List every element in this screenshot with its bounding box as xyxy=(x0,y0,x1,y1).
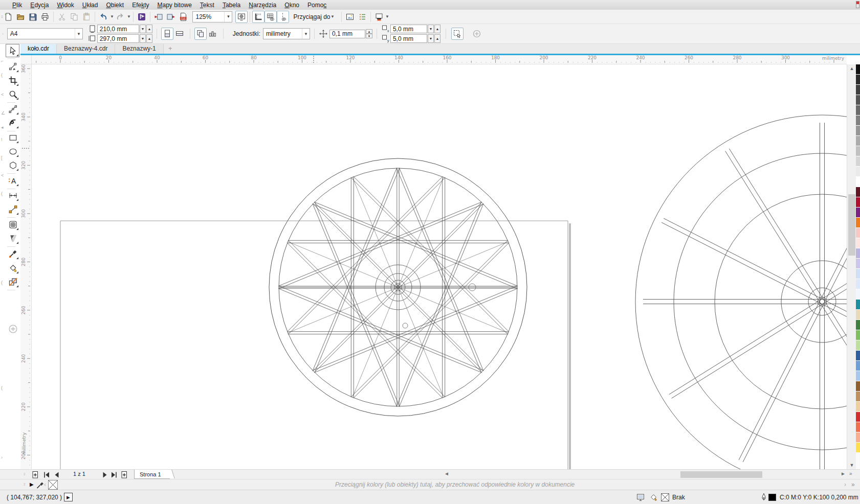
palette-swatch[interactable] xyxy=(856,95,860,105)
contour-tool[interactable] xyxy=(7,218,19,231)
palette-swatch[interactable] xyxy=(856,187,860,197)
cut-button[interactable] xyxy=(56,11,68,23)
scroll-down-icon[interactable]: ▼ xyxy=(847,461,856,469)
palette-swatch[interactable] xyxy=(856,136,860,146)
shape-tool[interactable] xyxy=(7,60,19,73)
palette-swatch[interactable] xyxy=(856,208,860,218)
palette-swatch[interactable] xyxy=(856,392,860,402)
transparency-tool[interactable] xyxy=(7,232,19,244)
snap-to-button[interactable]: Przyciągaj do▼ xyxy=(289,11,339,23)
menu-mapy-bitowe[interactable]: Mapy bitowe xyxy=(153,1,195,9)
all-pages-button[interactable] xyxy=(194,28,207,40)
page-height-input[interactable]: 297,0 mm xyxy=(97,34,139,43)
palette-swatch[interactable] xyxy=(856,432,860,443)
status-expand-button[interactable]: ▶ xyxy=(64,493,73,501)
page-height-spinner[interactable]: ▼▲ xyxy=(139,34,152,43)
chevron-down-icon[interactable]: ▼ xyxy=(302,29,310,39)
add-property-button[interactable] xyxy=(471,28,483,40)
palette-swatch[interactable] xyxy=(856,126,860,136)
zoom-level-combo[interactable]: 125%▼ xyxy=(192,11,232,22)
text-tool[interactable]: A xyxy=(7,174,19,187)
ellipse-tool[interactable] xyxy=(7,145,19,157)
palette-swatch[interactable] xyxy=(856,167,860,177)
menu-okno[interactable]: Okno xyxy=(280,1,303,9)
present-dropdown-icon[interactable]: ▼ xyxy=(385,14,390,19)
scroll-up-icon[interactable]: ▲ xyxy=(847,64,856,73)
duplicate-x-input[interactable]: 5,0 mm xyxy=(390,25,427,33)
palette-swatch[interactable] xyxy=(856,105,860,116)
landscape-button[interactable] xyxy=(173,28,186,40)
previous-page-button[interactable] xyxy=(52,470,61,479)
vertical-ruler[interactable]: 360340320300280260240220200milimetry xyxy=(20,64,32,469)
current-page-button[interactable] xyxy=(207,28,219,40)
vertical-scrollbar[interactable]: ▲ ▼ xyxy=(847,64,856,469)
redo-dropdown-icon[interactable]: ▼ xyxy=(126,14,131,19)
no-color-swatch[interactable] xyxy=(48,480,58,490)
import-button[interactable] xyxy=(152,11,165,23)
palette-swatch[interactable] xyxy=(856,289,860,300)
object-manager-button[interactable] xyxy=(356,11,368,23)
publish-pdf-button[interactable]: PDF xyxy=(177,11,189,23)
interactive-fill-tool[interactable] xyxy=(7,276,19,288)
palette-swatch[interactable] xyxy=(856,85,860,95)
palette-swatch[interactable] xyxy=(856,218,860,228)
full-screen-preview-button[interactable] xyxy=(235,11,248,23)
duplicate-y-input[interactable]: 5,0 mm xyxy=(390,34,427,43)
palette-swatch[interactable] xyxy=(856,320,860,330)
palette-swatch[interactable] xyxy=(856,197,860,208)
customize-toolbox[interactable] xyxy=(7,323,19,335)
vertical-scroll-thumb[interactable] xyxy=(848,194,855,256)
paste-button[interactable] xyxy=(80,11,93,23)
page-tab[interactable]: Strona 1 xyxy=(134,470,170,479)
palette-swatch[interactable] xyxy=(856,116,860,126)
crop-tool[interactable] xyxy=(7,74,19,86)
hscroll-left-icon[interactable]: ◄ xyxy=(444,471,449,476)
dimension-tool[interactable] xyxy=(7,189,19,201)
smart-fill-tool[interactable] xyxy=(7,262,19,274)
last-page-button[interactable] xyxy=(109,470,119,479)
palette-swatch[interactable] xyxy=(856,381,860,392)
palette-swatch[interactable] xyxy=(856,238,860,248)
property-bar-grip[interactable]: ▫ xyxy=(2,32,3,36)
show-rulers-button[interactable] xyxy=(252,11,264,23)
palette-swatch[interactable] xyxy=(856,259,860,269)
options-button[interactable] xyxy=(344,11,356,23)
nudge-spinner[interactable]: ▲▼ xyxy=(366,29,372,38)
new-document-tab-button[interactable]: + xyxy=(164,44,177,52)
palette-swatch[interactable] xyxy=(856,310,860,320)
palette-swatch[interactable] xyxy=(856,156,860,167)
palette-more-icon[interactable]: » xyxy=(851,481,855,488)
palette-expand-icon[interactable]: ▶ xyxy=(30,482,34,487)
palette-swatch[interactable] xyxy=(856,330,860,340)
menu-widok[interactable]: Widok xyxy=(53,1,78,9)
ruler-corner[interactable] xyxy=(20,55,32,64)
menu-układ[interactable]: Układ xyxy=(78,1,102,9)
proof-colors-icon[interactable] xyxy=(636,493,645,502)
palette-swatch[interactable] xyxy=(856,64,860,75)
copy-button[interactable] xyxy=(68,11,80,23)
units-combo[interactable]: milimetry ▼ xyxy=(263,28,310,39)
rectangle-tool[interactable] xyxy=(7,131,19,144)
connector-tool[interactable] xyxy=(7,203,19,215)
menu-tabela[interactable]: Tabela xyxy=(218,1,245,9)
palette-grip[interactable]: ⁞⁞ xyxy=(24,482,25,487)
palette-swatch[interactable] xyxy=(856,351,860,361)
add-page-before-button[interactable] xyxy=(31,470,40,479)
open-button[interactable] xyxy=(14,11,27,23)
palette-swatch[interactable] xyxy=(856,371,860,381)
hscroll-more-icon[interactable]: » xyxy=(849,471,852,476)
chevron-down-icon[interactable]: ▼ xyxy=(75,29,82,39)
duplicate-x-spinner[interactable]: ▼▲ xyxy=(427,25,440,33)
drawing-canvas[interactable] xyxy=(32,64,847,469)
palette-swatch[interactable] xyxy=(856,228,860,238)
palette-swatch[interactable] xyxy=(856,361,860,371)
palette-scroll-right-icon[interactable]: › xyxy=(844,481,846,488)
export-button[interactable] xyxy=(165,11,177,23)
duplicate-y-spinner[interactable]: ▼▲ xyxy=(427,34,440,43)
new-document-button[interactable] xyxy=(2,11,14,23)
document-tab-ko-o-cdr[interactable]: koło.cdr xyxy=(20,44,57,54)
redo-button[interactable] xyxy=(114,11,126,23)
page-preset-combo[interactable]: A4 ▼ xyxy=(7,28,83,39)
first-page-button[interactable] xyxy=(42,470,51,479)
nudge-input[interactable]: 0,1 mm xyxy=(329,30,365,38)
